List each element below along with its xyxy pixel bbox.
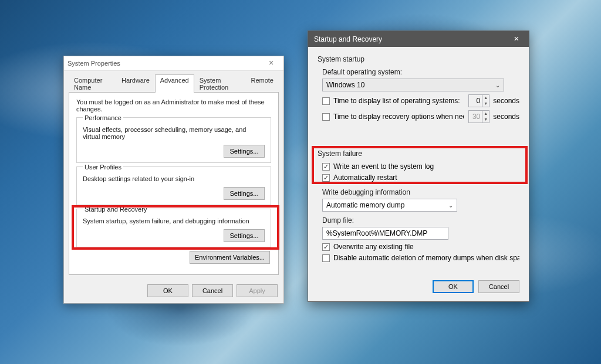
- chevron-down-icon[interactable]: ▼: [482, 101, 489, 107]
- startup-recovery-label: Startup and Recovery: [83, 206, 148, 213]
- user-profiles-label: User Profiles: [83, 164, 123, 171]
- disable-delete-label: Disable automatic deletion of memory dum…: [333, 254, 519, 262]
- write-debug-label: Write debugging information: [322, 188, 519, 196]
- tab-system-protection[interactable]: System Protection: [194, 74, 246, 93]
- tab-computer-name[interactable]: Computer Name: [69, 74, 116, 93]
- default-os-select[interactable]: Windows 10 ⌄: [322, 79, 504, 91]
- ok-button[interactable]: OK: [147, 284, 188, 297]
- time-list-checkbox[interactable]: [322, 97, 330, 105]
- disable-delete-checkbox[interactable]: [322, 254, 330, 262]
- close-icon[interactable]: ×: [262, 57, 280, 69]
- cancel-button[interactable]: Cancel: [192, 284, 233, 297]
- startup-recovery-title: Startup and Recovery: [314, 35, 504, 43]
- time-recovery-value: 30: [469, 111, 482, 123]
- overwrite-checkbox[interactable]: [322, 243, 330, 251]
- write-event-checkbox[interactable]: [322, 163, 330, 171]
- time-list-spinner[interactable]: 0 ▲▼: [468, 94, 489, 107]
- time-recovery-label: Time to display recovery options when ne…: [333, 113, 464, 121]
- performance-group: Performance Visual effects, processor sc…: [76, 117, 271, 163]
- startup-recovery-dialog: Startup and Recovery × System startup De…: [308, 30, 529, 302]
- apply-button[interactable]: Apply: [237, 284, 278, 297]
- time-list-value: 0: [469, 95, 482, 107]
- debug-type-select[interactable]: Automatic memory dump ⌄: [322, 199, 457, 212]
- admin-note: You must be logged on as an Administrato…: [76, 98, 271, 113]
- startup-recovery-body: System startup Default operating system:…: [308, 47, 529, 272]
- performance-label: Performance: [83, 114, 123, 121]
- ok-button[interactable]: OK: [433, 280, 474, 293]
- debug-type-value: Automatic memory dump: [326, 201, 404, 209]
- close-icon[interactable]: ×: [504, 31, 529, 47]
- startup-recovery-buttons: OK Cancel: [308, 272, 529, 301]
- time-recovery-checkbox[interactable]: [322, 113, 330, 121]
- tab-advanced[interactable]: Advanced: [155, 74, 194, 93]
- system-failure-label: System failure: [318, 149, 519, 158]
- user-profiles-group: User Profiles Desktop settings related t…: [76, 166, 271, 205]
- startup-recovery-group: Startup and Recovery System startup, sys…: [76, 209, 271, 247]
- environment-variables-button[interactable]: Environment Variables...: [190, 251, 270, 264]
- auto-restart-checkbox[interactable]: [322, 174, 330, 182]
- default-os-label: Default operating system:: [322, 68, 519, 76]
- overwrite-label: Overwrite any existing file: [333, 243, 414, 251]
- startup-recovery-desc: System startup, system failure, and debu…: [83, 217, 265, 224]
- startup-recovery-titlebar[interactable]: Startup and Recovery ×: [308, 31, 529, 47]
- user-profiles-settings-button[interactable]: Settings...: [224, 187, 265, 200]
- dump-file-input[interactable]: %SystemRoot%\MEMORY.DMP: [322, 227, 448, 240]
- time-list-label: Time to display list of operating system…: [333, 97, 464, 105]
- chevron-up-icon[interactable]: ▲: [482, 95, 489, 101]
- system-properties-dialog: System Properties × Computer Name Hardwa…: [63, 56, 284, 304]
- system-properties-title: System Properties: [67, 60, 262, 67]
- system-properties-body: You must be logged on as an Administrato…: [69, 92, 279, 275]
- tab-hardware[interactable]: Hardware: [116, 74, 155, 93]
- seconds-label: seconds: [493, 97, 519, 105]
- system-properties-titlebar[interactable]: System Properties ×: [64, 56, 283, 71]
- performance-desc: Visual effects, processor scheduling, me…: [83, 126, 265, 140]
- cancel-button[interactable]: Cancel: [478, 280, 519, 293]
- chevron-down-icon[interactable]: ▼: [482, 117, 489, 123]
- chevron-up-icon[interactable]: ▲: [482, 111, 489, 117]
- system-properties-buttons: OK Cancel Apply: [64, 280, 283, 303]
- chevron-down-icon: ⌄: [448, 202, 453, 209]
- dump-file-label: Dump file:: [322, 216, 519, 224]
- user-profiles-desc: Desktop settings related to your sign-in: [83, 175, 265, 182]
- write-event-label: Write an event to the system log: [333, 162, 434, 171]
- default-os-value: Windows 10: [326, 81, 364, 89]
- performance-settings-button[interactable]: Settings...: [224, 145, 265, 158]
- tab-remote[interactable]: Remote: [245, 74, 279, 93]
- auto-restart-label: Automatically restart: [333, 174, 397, 182]
- chevron-down-icon: ⌄: [495, 82, 500, 89]
- startup-recovery-settings-button[interactable]: Settings...: [224, 229, 265, 242]
- system-startup-label: System startup: [318, 55, 519, 63]
- system-properties-tabs: Computer Name Hardware Advanced System P…: [64, 71, 283, 93]
- seconds-label: seconds: [493, 113, 519, 121]
- time-recovery-spinner[interactable]: 30 ▲▼: [468, 110, 489, 123]
